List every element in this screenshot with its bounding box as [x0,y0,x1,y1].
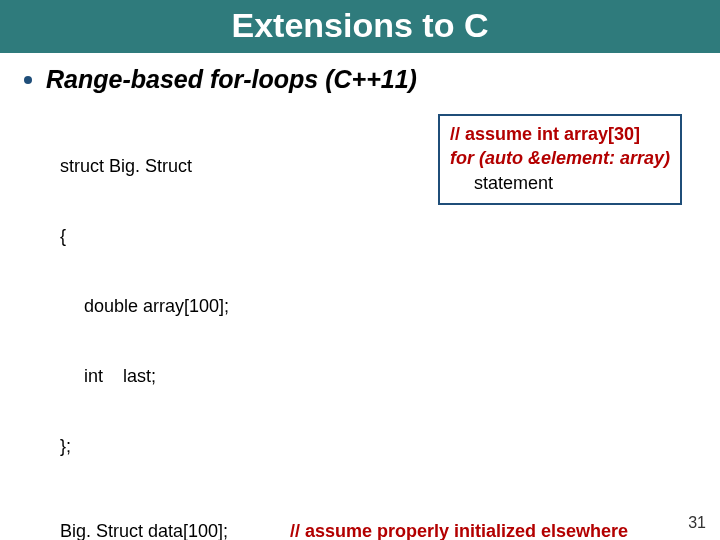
data-decl-comment: // assume properly initialized elsewhere [290,520,628,540]
box-statement: statement [474,173,553,193]
bullet-text: Range-based for-loops (C++11) [46,65,417,94]
bullet-dot-icon [24,76,32,84]
struct-open: { [60,225,720,248]
data-decl-row: Big. Struct data[100]; // assume properl… [60,520,720,540]
title-bar: Extensions to C [0,0,720,53]
example-box: // assume int array[30] for (auto &eleme… [438,114,682,205]
slide-title: Extensions to C [232,6,489,44]
data-decl: Big. Struct data[100]; [60,520,290,540]
struct-close: }; [60,435,720,458]
slide-body: // assume int array[30] for (auto &eleme… [60,108,720,540]
page-number: 31 [688,514,706,532]
struct-member-last: int last; [60,365,720,388]
bullet-row: Range-based for-loops (C++11) [24,65,720,94]
struct-member-array: double array[100]; [60,295,720,318]
box-comment: // assume int array[30] [450,124,640,144]
box-for-line: for (auto &element: array) [450,148,670,168]
